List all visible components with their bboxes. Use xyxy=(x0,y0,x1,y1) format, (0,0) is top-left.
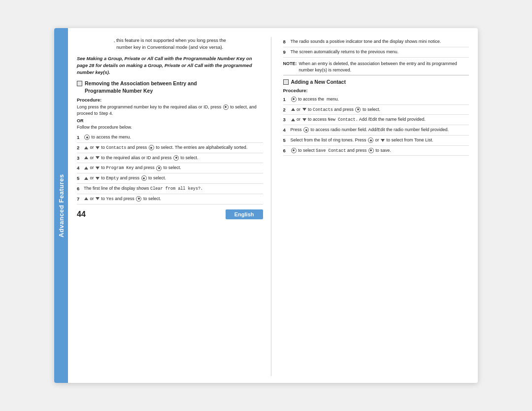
arrow-down-icon xyxy=(96,156,100,159)
left-column: , this feature is not supported when you… xyxy=(77,37,271,376)
nav-icon-r6b xyxy=(368,148,374,153)
intro-text-1: , this feature is not supported when you… xyxy=(77,37,263,51)
section-heading-left: Removing the Association between Entry a… xyxy=(77,80,263,95)
section-title-left: Removing the Association between Entry a… xyxy=(85,80,197,95)
procedure-label-right: Procedure: xyxy=(283,88,469,93)
nav-icon-r1 xyxy=(291,97,297,102)
nav-icon-s5 xyxy=(141,175,147,181)
italic-bold-block: See Making a Group, Private or All Call … xyxy=(77,55,263,76)
nav-icon-s7 xyxy=(136,196,141,202)
or-text: OR xyxy=(77,118,263,123)
procedure-label-left: Procedure: xyxy=(77,97,263,103)
footer: 44 English xyxy=(77,207,263,219)
step-item: 8 The radio sounds a positive indicator … xyxy=(283,37,469,47)
step-item: 6 The first line of the display shows Cl… xyxy=(77,184,263,194)
step-item: 7 or to Yes and press to select. xyxy=(77,194,263,205)
note-section: NOTE: When an entry is deleted, the asso… xyxy=(283,61,469,73)
step-item: 2 or to Contacts and press to select. xyxy=(283,105,469,115)
sidebar: Advanced Features xyxy=(54,28,68,383)
arrow-up-icon xyxy=(84,177,88,180)
steps-list-right: 1 to access the menu. 2 or to Contacts a… xyxy=(283,95,469,156)
steps-right-top: 8 The radio sounds a positive indicator … xyxy=(283,37,469,58)
steps-list-left: 1 to access the menu. 2 or to Contacts a… xyxy=(77,133,263,204)
sidebar-label: Advanced Features xyxy=(58,174,65,237)
step-item: 4 Press to access radio number field. Ad… xyxy=(283,125,469,136)
step-item: 6 to select Save Contact and press to sa… xyxy=(283,146,469,156)
main-content: , this feature is not supported when you… xyxy=(68,28,478,383)
nav-icon-r2 xyxy=(355,107,361,112)
nav-icon-r5 xyxy=(368,137,373,143)
arrow-down-icon xyxy=(96,197,100,200)
note-label: NOTE: xyxy=(283,61,297,73)
arrow-down-icon xyxy=(302,108,306,111)
step-item: 3 or to the required alias or ID and pre… xyxy=(77,153,263,164)
arrow-up-icon xyxy=(84,146,88,149)
right-column: 8 The radio sounds a positive indicator … xyxy=(281,37,469,376)
body-text-left: Long press the programmed number key to … xyxy=(77,104,263,117)
section-icon-left xyxy=(77,81,82,86)
arrow-down-icon xyxy=(302,118,306,121)
step-item: 1 to access the menu. xyxy=(77,133,263,143)
arrow-down-icon xyxy=(96,146,100,149)
page-number: 44 xyxy=(77,210,86,219)
section-title-right: Adding a New Contact xyxy=(291,78,346,86)
note-text: When an entry is deleted, the associatio… xyxy=(299,61,469,73)
arrow-up-icon xyxy=(291,118,295,121)
divider xyxy=(283,75,469,75)
arrow-up-icon xyxy=(84,197,88,200)
arrow-up-icon xyxy=(84,156,88,159)
columns: , this feature is not supported when you… xyxy=(77,37,469,376)
language-badge: English xyxy=(226,209,263,219)
nav-icon-s4 xyxy=(156,166,162,171)
nav-icon-s3 xyxy=(173,155,179,161)
step-item: 1 to access the menu. xyxy=(283,95,469,105)
nav-icon xyxy=(223,104,229,110)
step-item: 9 The screen automatically returns to th… xyxy=(283,47,469,58)
arrow-up-icon xyxy=(291,108,295,111)
arrow-up-icon xyxy=(84,167,88,170)
nav-icon-r4 xyxy=(303,127,309,133)
arrow-down-icon xyxy=(96,167,100,170)
follow-text: Follow the procedure below. xyxy=(77,124,263,131)
page: Advanced Features , this feature is not … xyxy=(54,28,478,383)
step-item: 3 or to access New Contact. Add /Edit th… xyxy=(283,115,469,125)
arrow-down-icon xyxy=(381,139,385,142)
step-item: 2 or to Contacts and press to select. Th… xyxy=(77,143,263,153)
nav-icon-s2 xyxy=(149,145,154,150)
section-heading-right: Adding a New Contact xyxy=(283,78,469,86)
section-icon-right xyxy=(283,79,289,85)
arrow-down-icon xyxy=(96,177,100,180)
nav-icon-step1 xyxy=(84,135,90,140)
nav-icon-r6 xyxy=(291,148,297,153)
step-item: 4 or to Program Key and press to select. xyxy=(77,163,263,173)
step-item: 5 Select from the list of ring tones. Pr… xyxy=(283,136,469,146)
step-item: 5 or to Empty and press to select. xyxy=(77,173,263,184)
